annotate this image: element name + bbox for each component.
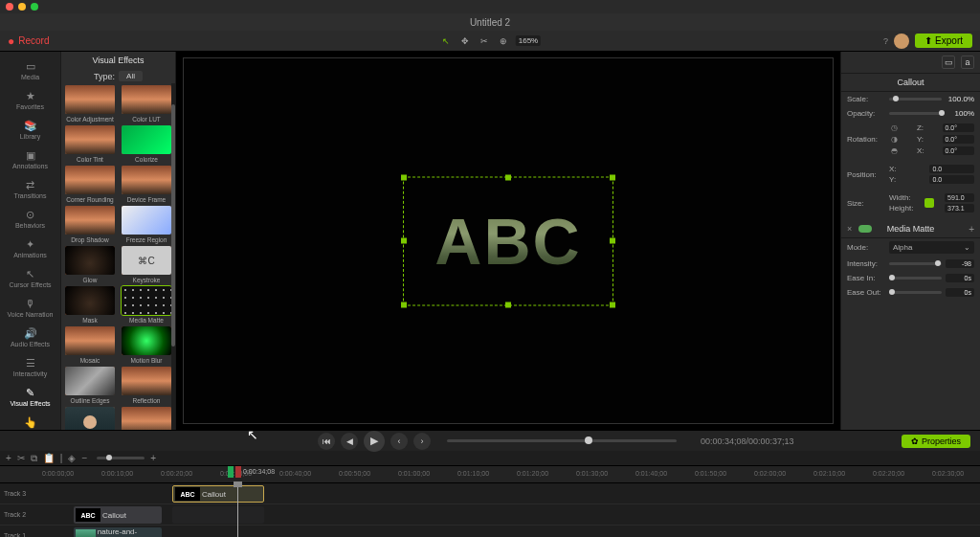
fx-glow[interactable]: Glow [63, 246, 117, 283]
opacity-value[interactable]: 100% [946, 109, 974, 118]
fx-sepia[interactable]: Sepia [120, 407, 173, 430]
fx-mosaic[interactable]: Mosaic [63, 326, 117, 364]
rotation-x-icon[interactable]: ◓ [889, 145, 899, 155]
step-back-button[interactable]: ◀ [341, 433, 358, 450]
clip-callout[interactable]: ABC Callout [74, 506, 162, 524]
clip-ghost[interactable] [172, 506, 264, 524]
playback-scrubber[interactable] [447, 439, 677, 442]
arrow-tool-icon[interactable]: ↖ [439, 34, 453, 48]
fx-color-adjustment[interactable]: Color Adjustment [63, 85, 117, 123]
nav-visual-effects[interactable]: ✎Visual Effects [0, 382, 60, 412]
nav-interactivity[interactable]: ☰Interactivity [0, 352, 60, 382]
nav-behaviors[interactable]: ⊙Behaviors [0, 204, 60, 234]
position-y-value[interactable]: 0.0 [929, 175, 974, 184]
selection-box[interactable] [403, 176, 613, 305]
matte-easeout-slider[interactable] [889, 291, 942, 294]
magnify-tool-icon[interactable]: ⊕ [497, 34, 510, 48]
record-button[interactable]: Record [8, 34, 50, 48]
prev-frame-button[interactable]: ⏮ [318, 433, 335, 450]
fx-freeze-region[interactable]: Freeze Region [120, 206, 173, 243]
effects-type-select[interactable]: All [119, 71, 143, 81]
nav-annotations[interactable]: ▣Annotations [0, 145, 60, 174]
track-3-label[interactable]: Track 3 [0, 490, 42, 497]
tl-zoom-in-icon[interactable]: + [150, 453, 156, 463]
fx-reflection[interactable]: Reflection [120, 367, 173, 404]
tl-zoom-slider[interactable] [97, 457, 145, 459]
canvas-area[interactable]: ABC [176, 52, 840, 430]
nav-media[interactable]: ▭Media [0, 56, 60, 85]
fx-color-lut[interactable]: Color LUT [120, 85, 173, 123]
matte-intensity-slider[interactable] [889, 262, 942, 265]
nav-favorites[interactable]: ★Favorites [0, 85, 60, 115]
size-height-value[interactable]: 373.1 [945, 204, 974, 213]
maximize-window-btn[interactable] [31, 3, 38, 11]
media-matte-add-icon[interactable]: + [969, 224, 974, 235]
rotation-x-value[interactable]: 0.0° [943, 146, 975, 155]
fx-remove-a-color[interactable]: Remove a Color [63, 407, 117, 430]
in-point-marker[interactable] [228, 466, 234, 478]
fx-media-matte[interactable]: Media Matte [120, 286, 173, 324]
rotation-y-value[interactable]: 0.0° [943, 135, 975, 144]
effects-scrollbar[interactable] [171, 83, 175, 430]
nav-voice-narration[interactable]: 🎙Voice Narration [0, 293, 60, 323]
timeline-ruler[interactable]: 0:00:00;000:00:10;000:00:20;000:00:30;00… [0, 466, 980, 483]
clip-video[interactable]: nature-and-landscap… [74, 527, 162, 537]
rotation-z-icon[interactable]: ◷ [889, 123, 899, 132]
track-1-label[interactable]: Track 1 [0, 532, 42, 537]
out-point-marker[interactable] [235, 466, 241, 478]
nav-cursor-effects[interactable]: ↖Cursor Effects [0, 263, 60, 293]
media-matte-remove-icon[interactable]: × [847, 224, 852, 234]
nav-library[interactable]: 📚Library [0, 115, 60, 145]
nav-animations[interactable]: ✦Animations [0, 234, 60, 263]
properties-visual-tab-icon[interactable]: ▭ [942, 56, 955, 69]
step-fwd-button[interactable]: ‹ [390, 433, 408, 450]
fx-mask[interactable]: Mask [63, 286, 117, 324]
tl-marker-icon[interactable]: ◈ [68, 453, 76, 463]
crop-tool-icon[interactable]: ✂ [478, 34, 491, 48]
matte-easein-value[interactable]: 0s [946, 274, 974, 282]
tl-zoom-out-icon[interactable]: − [81, 453, 87, 463]
tl-copy-icon[interactable]: ⧉ [31, 453, 37, 464]
matte-mode-select[interactable]: Alpha⌄ [889, 241, 974, 254]
play-button[interactable]: ▶ [364, 431, 385, 452]
properties-text-tab-icon[interactable]: a [961, 56, 974, 69]
track-2-label[interactable]: Track 2 [0, 511, 42, 518]
properties-button[interactable]: ✿ Properties [902, 435, 970, 448]
position-x-value[interactable]: 0.0 [929, 165, 974, 173]
scale-value[interactable]: 100.0% [946, 95, 974, 103]
rotation-y-icon[interactable]: ◑ [889, 134, 899, 144]
track-3-lane[interactable]: ABC Callout [42, 483, 980, 503]
fx-colorize[interactable]: Colorize [120, 125, 173, 163]
fx-corner-rounding[interactable]: Corner Rounding [63, 166, 117, 203]
matte-intensity-value[interactable]: -98 [946, 259, 974, 268]
matte-easeout-value[interactable]: 0s [946, 288, 974, 297]
user-avatar[interactable] [894, 34, 909, 49]
track-2-lane[interactable]: ABC Callout [42, 504, 980, 525]
playhead[interactable] [237, 483, 238, 537]
tl-split-icon[interactable]: | [60, 453, 63, 463]
nav-audio-effects[interactable]: 🔊Audio Effects [0, 323, 60, 352]
zoom-percentage[interactable]: 165% [516, 35, 541, 46]
fx-drop-shadow[interactable]: Drop Shadow [63, 206, 117, 243]
fx-outline-edges[interactable]: Outline Edges [63, 367, 117, 404]
matte-easein-slider[interactable] [889, 277, 942, 280]
size-width-value[interactable]: 591.0 [945, 193, 974, 202]
fx-motion-blur[interactable]: Motion Blur [120, 326, 173, 364]
track-1-lane[interactable]: nature-and-landscap… [42, 526, 980, 537]
opacity-slider[interactable] [889, 112, 942, 115]
clip-callout-selected[interactable]: ABC Callout [172, 485, 264, 503]
export-button[interactable]: ⬆ Export [915, 34, 972, 48]
size-link-icon[interactable] [924, 198, 934, 208]
hand-tool-icon[interactable]: ✥ [458, 34, 472, 48]
scale-slider[interactable] [889, 98, 942, 101]
media-matte-toggle[interactable] [858, 225, 872, 233]
nav-transitions[interactable]: ⇄Transitions [0, 174, 60, 204]
tl-cut-icon[interactable]: ✂ [17, 453, 25, 463]
tl-add-track-icon[interactable]: + [6, 453, 11, 463]
tl-paste-icon[interactable]: 📋 [43, 453, 55, 463]
fx-color-tint[interactable]: Color Tint [63, 125, 117, 163]
fx-keystroke[interactable]: ⌘CKeystroke [120, 246, 173, 283]
notifications-icon[interactable]: ? [883, 36, 888, 46]
fx-device-frame[interactable]: Device Frame [120, 166, 173, 203]
canvas-stage[interactable]: ABC [183, 57, 834, 424]
